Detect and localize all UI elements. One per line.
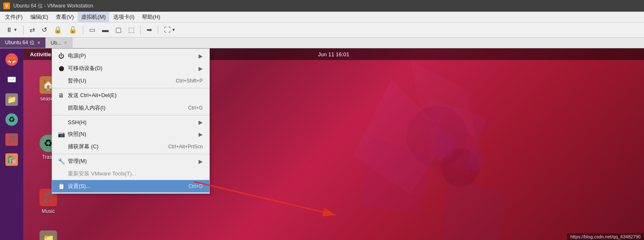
tab-ub-close[interactable]: ✕ xyxy=(64,40,67,45)
menu-ssh[interactable]: SSH(H) ▶ xyxy=(52,116,209,128)
toolbar-btn-10[interactable]: ➡ xyxy=(144,24,154,36)
toolbar-btn-4[interactable]: 🔒 xyxy=(51,24,65,36)
snapshot-arrow: ▶ xyxy=(199,131,203,138)
settings-label: 设置(S)... xyxy=(68,182,186,190)
toolbar-btn-3[interactable]: ↺ xyxy=(39,24,50,36)
power-label: 电源(P) xyxy=(68,52,193,60)
grab-label: 抓取输入内容(I) xyxy=(68,104,186,112)
trash-icon: ♻ xyxy=(5,113,18,126)
menu-power[interactable]: ⏻ 电源(P) ▶ xyxy=(52,50,209,62)
toolbar-sep-1 xyxy=(23,25,24,35)
app-icon: V xyxy=(3,2,10,9)
removable-label: 可移动设备(D) xyxy=(68,65,193,72)
menu-edit[interactable]: 编辑(E) xyxy=(27,12,52,22)
desktop-icon-snap[interactable]: 📁 snap xyxy=(32,228,65,240)
ubuntu-desktop: Activities Jun 11 16:01 🏠 season ♻ xyxy=(23,48,644,240)
capture-label: 捕获屏幕 (C) xyxy=(68,143,166,150)
svg-marker-3 xyxy=(441,175,506,240)
toolbar-btn-8[interactable]: ▢ xyxy=(113,24,124,36)
send-ctrl-icon: 🖥 xyxy=(57,92,65,99)
menu-send-ctrl[interactable]: 🖥 发送 Ctrl+Alt+Del(E) xyxy=(52,89,209,102)
grab-shortcut: Ctrl+G xyxy=(188,105,203,111)
pause-shortcut: Ctrl+Shift+P xyxy=(176,78,203,84)
menu-help[interactable]: 帮助(H) xyxy=(139,12,164,22)
tab-ubuntu64-label: Ubuntu 64 位 xyxy=(5,39,35,46)
activities-label[interactable]: Activities xyxy=(30,51,54,58)
sidebar-firefox[interactable]: 🦊 xyxy=(2,50,21,69)
menu-file[interactable]: 文件(F) xyxy=(2,12,26,22)
svg-point-7 xyxy=(435,131,454,158)
toolbar-sep-4 xyxy=(158,25,158,35)
removable-icon: ⬤ xyxy=(57,65,65,71)
mail-icon: ✉️ xyxy=(5,73,18,86)
music-icon: 🎵 xyxy=(5,133,18,146)
snapshot-label: 快照(N) xyxy=(68,130,193,138)
toolbar-btn-11[interactable]: ⛶▼ xyxy=(162,24,178,36)
settings-shortcut: Ctrl+D xyxy=(189,183,203,189)
sep-3 xyxy=(52,154,209,154)
toolbar-btn-2[interactable]: ⇄ xyxy=(27,24,37,36)
send-ctrl-label: 发送 Ctrl+Alt+Del(E) xyxy=(68,92,194,99)
menu-pause[interactable]: 暂停(U) Ctrl+Shift+P xyxy=(52,75,209,87)
tab-ub[interactable]: Ub... ✕ xyxy=(46,38,72,48)
manage-arrow: ▶ xyxy=(199,158,203,165)
snap-desktop-icon: 📁 xyxy=(38,229,58,240)
tab-ubuntu64[interactable]: Ubuntu 64 位 ✕ xyxy=(0,38,46,48)
power-icon: ⏻ xyxy=(57,52,65,59)
toolbar: ⏸▼ ⇄ ↺ 🔒 🔓 ▭ ▬ ▢ ⬚ ➡ ⛶▼ xyxy=(0,22,644,38)
tabs-bar: Ubuntu 64 位 ✕ Ub... ✕ xyxy=(0,38,644,48)
manage-icon: 🔧 xyxy=(57,158,65,165)
svg-point-8 xyxy=(468,148,483,171)
sidebar-music[interactable]: 🎵 xyxy=(2,130,21,149)
main-layout: 🦊 ✉️ 📁 ♻ 🎵 🛍️ Activities Jun 11 16:01 xyxy=(0,48,644,240)
menu-vm[interactable]: 虚拟机(M) xyxy=(78,12,109,22)
sidebar-mail[interactable]: ✉️ xyxy=(2,70,21,89)
reinstall-label: 重新安装 VMware Tools(T)... xyxy=(68,170,203,178)
power-arrow: ▶ xyxy=(199,53,203,59)
ssh-label: SSH(H) xyxy=(68,119,193,125)
removable-arrow: ▶ xyxy=(199,65,203,72)
toolbar-pause-btn[interactable]: ⏸▼ xyxy=(3,24,20,36)
title-bar: V Ubuntu 64 位 - VMware Workstation xyxy=(0,0,644,12)
firefox-icon: 🦊 xyxy=(5,53,18,66)
menu-removable[interactable]: ⬤ 可移动设备(D) ▶ xyxy=(52,62,209,75)
menu-reinstall-tools[interactable]: 重新安装 VMware Tools(T)... xyxy=(52,168,209,180)
window-title: Ubuntu 64 位 - VMware Workstation xyxy=(13,2,93,10)
menu-grab-input[interactable]: 抓取输入内容(I) Ctrl+G xyxy=(52,102,209,114)
sidebar-trash[interactable]: ♻ xyxy=(2,110,21,129)
tab-ubuntu64-close[interactable]: ✕ xyxy=(37,40,40,45)
toolbar-sep-2 xyxy=(83,25,83,35)
toolbar-sep-3 xyxy=(140,25,141,35)
menu-view[interactable]: 查看(V) xyxy=(52,12,77,22)
pause-label: 暂停(U) xyxy=(68,77,173,85)
menu-settings[interactable]: 📋 设置(S)... Ctrl+D xyxy=(52,180,209,192)
ssh-arrow: ▶ xyxy=(199,119,203,125)
sidebar-files[interactable]: 📁 xyxy=(2,90,21,109)
sep-1 xyxy=(52,88,209,88)
settings-icon: 📋 xyxy=(57,183,65,190)
snapshot-icon: 📷 xyxy=(57,131,65,138)
manage-label: 管理(M) xyxy=(68,158,193,165)
tab-ub-label: Ub... xyxy=(51,40,61,46)
sidebar-store[interactable]: 🛍️ xyxy=(2,150,21,169)
menu-capture-screen[interactable]: 捕获屏幕 (C) Ctrl+Alt+PrtScn xyxy=(52,140,209,153)
toolbar-btn-5[interactable]: 🔓 xyxy=(66,24,80,36)
ubuntu-sidebar: 🦊 ✉️ 📁 ♻ 🎵 🛍️ xyxy=(0,48,23,240)
store-icon: 🛍️ xyxy=(5,153,18,166)
menu-tabs[interactable]: 选项卡(I) xyxy=(110,12,138,22)
toolbar-btn-6[interactable]: ▭ xyxy=(87,24,98,36)
music-label: Music xyxy=(42,208,55,214)
menu-snapshot[interactable]: 📷 快照(N) ▶ xyxy=(52,128,209,140)
sep-2 xyxy=(52,115,209,115)
toolbar-btn-7[interactable]: ▬ xyxy=(99,24,111,36)
capture-shortcut: Ctrl+Alt+PrtScn xyxy=(168,144,203,150)
menu-manage[interactable]: 🔧 管理(M) ▶ xyxy=(52,155,209,168)
files-icon: 📁 xyxy=(5,93,18,106)
menu-bar: 文件(F) 编辑(E) 查看(V) 虚拟机(M) 选项卡(I) 帮助(H) xyxy=(0,12,644,22)
vm-dropdown-menu: ⏻ 电源(P) ▶ ⬤ 可移动设备(D) ▶ 暂停(U) Ctrl+Shift+… xyxy=(52,48,210,194)
topbar-time: Jun 11 16:01 xyxy=(318,51,349,58)
url-bar: https://blog.csdn.net/qq_43482790 xyxy=(567,233,644,240)
toolbar-btn-9[interactable]: ⬚ xyxy=(126,24,137,36)
